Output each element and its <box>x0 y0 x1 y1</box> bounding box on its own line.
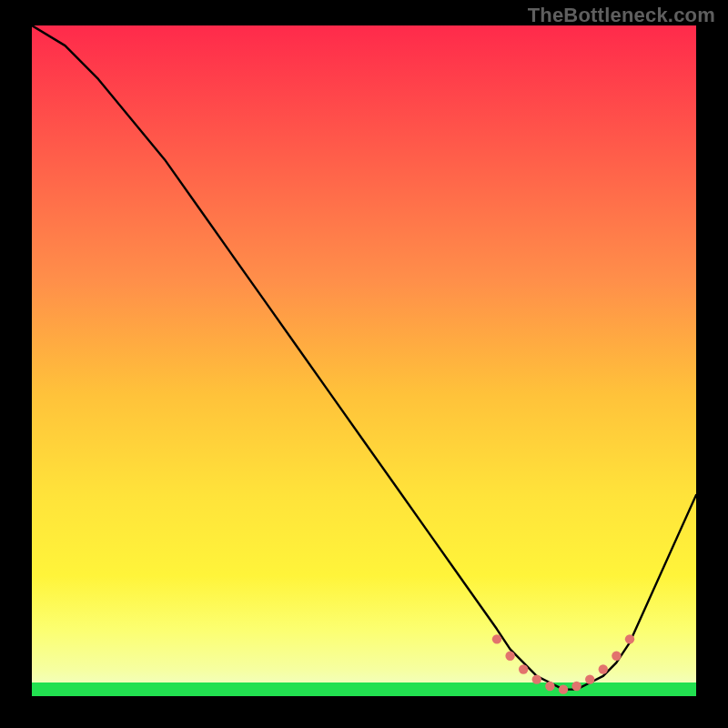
marker-dot <box>625 634 634 643</box>
marker-dot <box>599 664 608 673</box>
marker-dot <box>545 682 554 691</box>
chart-frame: TheBottleneck.com <box>0 0 728 728</box>
marker-dot <box>585 674 594 683</box>
marker-dot <box>532 674 541 683</box>
plot-area <box>32 25 696 696</box>
marker-dot <box>559 684 568 693</box>
gradient-background <box>32 25 696 696</box>
chart-svg <box>32 25 696 696</box>
marker-dot <box>492 634 501 643</box>
watermark-text: TheBottleneck.com <box>528 4 715 27</box>
marker-dot <box>571 682 581 691</box>
marker-dot <box>505 652 514 661</box>
marker-dot <box>612 652 621 661</box>
green-band <box>32 682 696 696</box>
marker-dot <box>519 664 528 673</box>
